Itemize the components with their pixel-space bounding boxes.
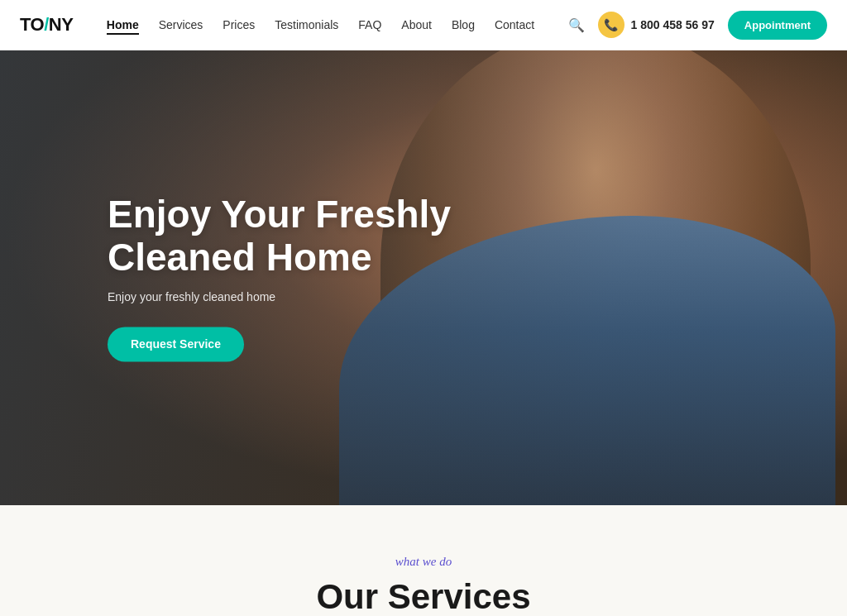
nav-link-services[interactable]: Services <box>159 18 203 31</box>
nav-item-contact[interactable]: Contact <box>495 17 534 32</box>
hero-subtitle: Enjoy your freshly cleaned home <box>108 291 455 304</box>
nav-link-home[interactable]: Home <box>107 18 139 35</box>
nav-link-contact[interactable]: Contact <box>495 18 534 31</box>
nav-item-faq[interactable]: FAQ <box>358 17 381 32</box>
nav-link-testimonials[interactable]: Testimonials <box>275 18 338 31</box>
nav-item-prices[interactable]: Prices <box>223 17 255 32</box>
nav-link-prices[interactable]: Prices <box>223 18 255 31</box>
search-icon[interactable]: 🔍 <box>568 17 585 33</box>
services-section: what we do Our Services 🧹 🫧 🪣 🧺 <box>0 505 847 616</box>
phone-emoji: 📞 <box>604 18 618 31</box>
navbar-right: 🔍 📞 1 800 458 56 97 Appointment <box>568 11 827 40</box>
phone-number: 1 800 458 56 97 <box>631 18 715 31</box>
services-eyebrow: what we do <box>20 555 827 569</box>
hero-content: Enjoy Your Freshly Cleaned Home Enjoy yo… <box>108 193 455 361</box>
nav-item-testimonials[interactable]: Testimonials <box>275 17 338 32</box>
request-service-button[interactable]: Request Service <box>108 327 244 362</box>
navbar: TO/NY Home Services Prices Testimonials … <box>0 0 847 50</box>
hero-title: Enjoy Your Freshly Cleaned Home <box>108 193 455 279</box>
nav-item-home[interactable]: Home <box>107 17 139 32</box>
nav-item-about[interactable]: About <box>401 17 432 32</box>
nav-link-blog[interactable]: Blog <box>452 18 475 31</box>
phone-icon: 📞 <box>598 12 624 38</box>
services-title: Our Services <box>20 577 827 616</box>
logo-text-ny: NY <box>49 14 74 36</box>
hero-section: Enjoy Your Freshly Cleaned Home Enjoy yo… <box>0 50 847 505</box>
phone-group: 📞 1 800 458 56 97 <box>598 12 715 38</box>
nav-item-blog[interactable]: Blog <box>452 17 475 32</box>
logo-text: TO <box>20 14 44 36</box>
appointment-button[interactable]: Appointment <box>728 11 827 40</box>
nav-link-about[interactable]: About <box>401 18 432 31</box>
nav-link-faq[interactable]: FAQ <box>358 18 381 31</box>
logo[interactable]: TO/NY <box>20 14 73 36</box>
main-nav: Home Services Prices Testimonials FAQ Ab… <box>107 17 534 32</box>
nav-item-services[interactable]: Services <box>159 17 203 32</box>
